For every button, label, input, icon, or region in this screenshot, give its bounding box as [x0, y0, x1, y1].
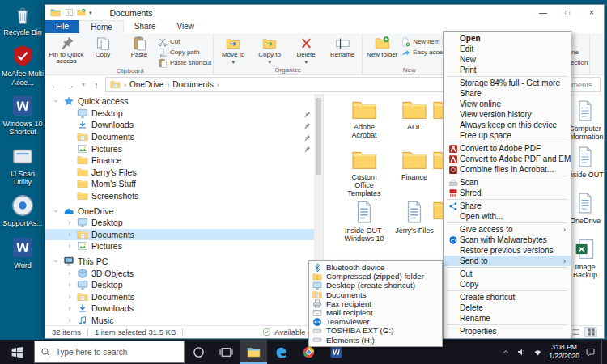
context-menu-item-edit[interactable]: Edit: [444, 44, 571, 54]
ribbon-delete-button[interactable]: Delete▾: [288, 34, 324, 66]
sendto-item-mail-recipient[interactable]: Mail recipient: [309, 308, 442, 317]
ribbon-paste-shortcut-button[interactable]: Paste shortcut: [158, 58, 211, 67]
ribbon-tab-file[interactable]: File: [45, 20, 79, 33]
nav-item-documents[interactable]: ›Documents: [45, 291, 323, 303]
expander-icon[interactable]: ›: [52, 207, 60, 215]
desktop-icon-recycle-bin[interactable]: Recycle Bin: [2, 2, 44, 36]
expander-icon[interactable]: ›: [66, 218, 74, 226]
expander-icon[interactable]: ›: [52, 257, 60, 265]
nav-scrollbar-thumb[interactable]: [316, 98, 321, 175]
forward-button[interactable]: →: [64, 80, 77, 90]
expander-icon[interactable]: ›: [66, 316, 74, 324]
ribbon-new-folder-button[interactable]: New folder: [364, 34, 400, 66]
file-item-computer-information[interactable]: Computer Information: [567, 97, 604, 142]
nav-item-desktop[interactable]: ›Desktop: [45, 279, 323, 291]
context-menu-item-send-to[interactable]: Send to›: [444, 256, 571, 266]
desktop-icon-windows-10-shortcut[interactable]: Windows 10 Shortcut: [2, 94, 44, 137]
taskbar-cortana[interactable]: [185, 340, 212, 364]
nav-item-3d-objects[interactable]: ›3D Objects: [45, 267, 323, 279]
nav-item-desktop[interactable]: ›Desktop: [45, 217, 323, 229]
desktop-icon-supportas[interactable]: SupportAs...: [2, 193, 44, 227]
maximize-button[interactable]: □: [555, 5, 579, 20]
desktop-icon-mcafee-multi-acce[interactable]: McAfee Multi Acce...: [2, 44, 44, 87]
context-menu-item-new[interactable]: New: [444, 54, 571, 65]
nav-item-jerry-s-files[interactable]: Jerry's Files: [45, 167, 323, 179]
file-item-inside-out[interactable]: Inside OUT: [567, 143, 604, 180]
sendto-item-elements-h[interactable]: Elements (H:): [309, 336, 442, 345]
nav-item-music[interactable]: ›Music: [45, 315, 323, 325]
sendto-item-toshiba-ext-g[interactable]: TOSHIBA EXT (G:): [309, 326, 442, 335]
expander-icon[interactable]: ›: [66, 304, 74, 312]
sendto-item-documents[interactable]: Documents: [309, 290, 442, 299]
back-button[interactable]: ←: [49, 80, 62, 90]
context-menu-item-scan[interactable]: Scan: [444, 177, 571, 188]
breadcrumb-documents[interactable]: Documents: [172, 80, 214, 89]
context-menu-item-open[interactable]: Open: [444, 33, 571, 44]
taskbar-file-explorer[interactable]: [240, 340, 267, 364]
desktop-icon-word[interactable]: Word: [2, 235, 44, 269]
sendto-item-fax-recipient[interactable]: Fax recipient: [309, 299, 442, 308]
nav-item-quick-access[interactable]: ›Quick access: [45, 95, 323, 108]
context-menu-item-always-keep-on-this-device[interactable]: Always keep on this device: [444, 120, 571, 130]
sendto-item-compressed-zipped-folder[interactable]: Compressed (zipped) folder: [309, 272, 442, 281]
context-menu-item-free-up-space[interactable]: Free up space: [444, 130, 571, 141]
expander-icon[interactable]: ›: [66, 269, 74, 277]
ribbon-paste-button[interactable]: Paste: [121, 34, 157, 66]
close-button[interactable]: ×: [579, 5, 604, 20]
context-menu-item-open-with[interactable]: Open with...: [444, 211, 571, 222]
nav-item-finance[interactable]: Finance: [45, 154, 323, 167]
context-menu-item-shred[interactable]: Shred: [444, 188, 571, 198]
context-menu-item-restore-previous-versions[interactable]: Restore previous versions: [444, 245, 571, 256]
context-menu-item-give-access-to[interactable]: Give access to›: [444, 224, 571, 235]
nav-item-documents[interactable]: ›Documents: [45, 229, 323, 241]
context-menu-item-share[interactable]: Share: [444, 88, 571, 99]
ribbon-pin-to-quick-access-button[interactable]: Pin to Quick access: [49, 34, 84, 66]
expander-icon[interactable]: ›: [66, 281, 74, 289]
ribbon-copy-path-button[interactable]: Copy path: [158, 48, 211, 57]
nav-item-onedrive[interactable]: ›OneDrive: [45, 205, 323, 217]
nav-item-desktop[interactable]: Desktop: [45, 108, 323, 120]
breadcrumb-onedrive[interactable]: OneDrive: [129, 80, 163, 89]
context-menu-item-convert-to-adobe-pdf[interactable]: Convert to Adobe PDF: [444, 143, 571, 154]
context-menu-item-print[interactable]: Print: [444, 65, 571, 75]
nav-item-this-pc[interactable]: ›This PC: [45, 256, 323, 268]
sendto-item-bluetooth-device[interactable]: Bluetooth device: [309, 263, 442, 272]
context-menu-item-convert-to-adobe-pdf-and-email[interactable]: Convert to Adobe PDF and EMail: [444, 154, 571, 164]
tray-expand-button[interactable]: [501, 347, 511, 357]
context-menu-item-view-online[interactable]: View online: [444, 99, 571, 109]
ribbon-tab-share[interactable]: Share: [124, 20, 167, 33]
quick-access-toolbar[interactable]: ▾: [45, 7, 92, 18]
minimize-button[interactable]: —: [531, 5, 555, 20]
show-desktop-button[interactable]: [601, 340, 605, 364]
context-menu-item-cut[interactable]: Cut: [444, 269, 571, 279]
up-button[interactable]: ↑: [90, 80, 103, 90]
sendto-item-teamviewer[interactable]: TeamViewer: [309, 317, 442, 326]
qat-dropdown-icon[interactable]: ▾: [89, 10, 92, 15]
title-bar[interactable]: ▾ Documents —□×: [45, 5, 604, 20]
context-menu-item-storage-84-full-get-more[interactable]: Storage 84% full - Get more: [444, 78, 571, 88]
taskbar-task-view[interactable]: [212, 340, 240, 364]
nav-item-mom-s-stuff[interactable]: Mom's Stuff: [45, 178, 323, 190]
file-item-custom-office-templates[interactable]: Custom Office Templates: [342, 147, 387, 198]
recent-locations-dropdown[interactable]: ▾: [79, 81, 87, 88]
large-icons-view-button[interactable]: [584, 327, 597, 337]
volume-button[interactable]: [516, 347, 527, 358]
desktop-icon-ij-scan-utility[interactable]: IJ Scan Utility: [2, 144, 44, 187]
expander-icon[interactable]: ›: [66, 293, 74, 301]
ribbon-copy-button[interactable]: Copy: [85, 34, 121, 66]
nav-item-pictures[interactable]: Pictures: [45, 142, 323, 154]
context-menu-item-create-shortcut[interactable]: Create shortcut: [444, 292, 571, 303]
nav-item-documents[interactable]: Documents: [45, 131, 323, 143]
taskbar-edge[interactable]: [267, 340, 295, 364]
network-button[interactable]: [533, 347, 543, 358]
nav-item-downloads[interactable]: ›Downloads: [45, 303, 323, 315]
context-menu-item-delete[interactable]: Delete: [444, 303, 571, 313]
ribbon-tab-view[interactable]: View: [167, 20, 206, 33]
nav-item-screenshots[interactable]: Screenshots: [45, 190, 323, 202]
nav-item-pictures[interactable]: ›Pictures: [45, 240, 323, 252]
file-item-onedrive[interactable]: OneDrive: [567, 189, 604, 226]
context-menu-item-share[interactable]: Share: [444, 201, 571, 211]
ribbon-tab-home[interactable]: Home: [79, 20, 124, 33]
expander-icon[interactable]: ›: [66, 231, 74, 239]
context-menu-item-view-version-history[interactable]: View version history: [444, 109, 571, 120]
